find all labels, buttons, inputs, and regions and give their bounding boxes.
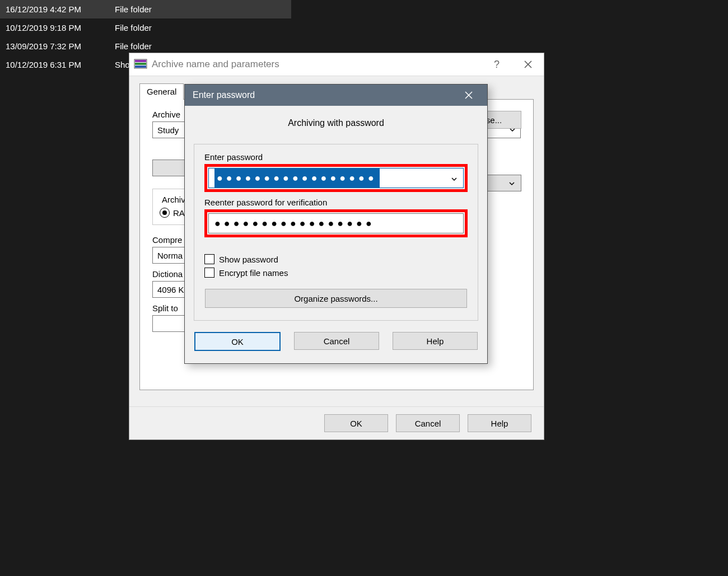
chevron-down-icon[interactable] <box>451 174 458 185</box>
file-date: 16/12/2019 4:42 PM <box>6 4 115 14</box>
cancel-button[interactable]: Cancel <box>294 332 379 350</box>
checkbox-icon <box>204 268 214 278</box>
password-group: Enter password ●●●●●●●●●●●●●●●●● Reenter… <box>194 144 478 321</box>
chevron-down-icon[interactable] <box>508 179 515 189</box>
dialog-title: Archive name and parameters <box>152 59 279 70</box>
close-icon[interactable] <box>512 53 544 76</box>
file-date: 10/12/2019 6:31 PM <box>6 60 115 69</box>
dialog-titlebar[interactable]: Enter password <box>185 85 487 106</box>
dictionary-value: 4096 K <box>157 285 184 294</box>
organize-passwords-button[interactable]: Organize passwords... <box>205 289 467 308</box>
format-rar-label: RA <box>173 208 185 218</box>
svg-rect-2 <box>135 65 146 68</box>
ok-button[interactable]: OK <box>194 332 281 351</box>
close-icon[interactable] <box>458 85 479 106</box>
svg-rect-1 <box>135 63 146 65</box>
cancel-button[interactable]: Cancel <box>396 414 460 432</box>
reenter-password-label: Reenter password for verification <box>204 198 468 207</box>
checkbox-icon <box>204 254 214 264</box>
file-type: File folder <box>115 4 152 14</box>
show-password-label: Show password <box>219 255 278 264</box>
enter-password-label: Enter password <box>204 152 468 162</box>
profiles-button[interactable] <box>152 160 186 176</box>
file-row[interactable]: 16/12/2019 4:42 PM File folder <box>0 0 291 18</box>
tab-general[interactable]: General <box>139 83 184 100</box>
show-password-checkbox[interactable]: Show password <box>204 254 468 264</box>
help-button[interactable]: Help <box>393 332 478 350</box>
dialog-titlebar[interactable]: Archive name and parameters ? <box>129 53 544 76</box>
file-type: File folder <box>115 23 152 32</box>
encrypt-filenames-label: Encrypt file names <box>219 268 288 278</box>
dialog-title: Enter password <box>193 90 255 100</box>
ok-button[interactable]: OK <box>324 414 388 432</box>
file-type: File folder <box>115 41 152 51</box>
file-date: 13/09/2019 7:32 PM <box>6 41 115 51</box>
password-input[interactable]: ●●●●●●●●●●●●●●●●● <box>208 168 464 188</box>
dialog-heading: Archiving with password <box>185 106 487 138</box>
password-masked-value: ●●●●●●●●●●●●●●●●● <box>214 218 375 230</box>
file-row[interactable]: 10/12/2019 9:18 PM File folder <box>0 18 291 37</box>
help-icon[interactable]: ? <box>481 53 512 76</box>
compression-value: Norma <box>157 251 183 260</box>
dialog-button-row: OK Cancel Help <box>129 406 544 439</box>
dialog-button-row: OK Cancel Help <box>185 321 487 363</box>
archive-name-value: Study <box>157 125 179 135</box>
winrar-icon <box>134 58 147 71</box>
file-date: 10/12/2019 9:18 PM <box>6 23 115 32</box>
enter-password-dialog: Enter password Archiving with password E… <box>184 84 488 364</box>
encrypt-filenames-checkbox[interactable]: Encrypt file names <box>204 268 468 278</box>
highlight-box: ●●●●●●●●●●●●●●●●● <box>204 164 468 192</box>
password-verify-input[interactable]: ●●●●●●●●●●●●●●●●● <box>208 213 464 233</box>
password-masked-value: ●●●●●●●●●●●●●●●●● <box>214 168 380 188</box>
file-type: Sho <box>115 60 130 69</box>
archive-format-legend: Archiv <box>160 195 188 204</box>
highlight-box: ●●●●●●●●●●●●●●●●● <box>204 209 468 237</box>
help-button[interactable]: Help <box>468 414 531 432</box>
svg-rect-0 <box>135 60 146 62</box>
